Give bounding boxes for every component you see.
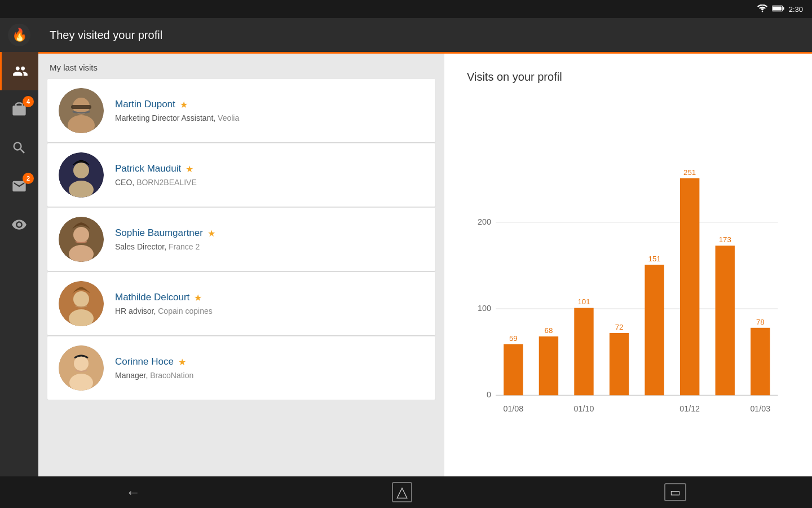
status-time: 2:30 [789, 5, 803, 14]
svg-text:101: 101 [577, 297, 590, 306]
sidebar-item-briefcase[interactable]: 4 [0, 90, 38, 129]
search-icon [11, 140, 27, 156]
app-header: They visited your profil [38, 18, 812, 52]
mail-badge: 2 [23, 173, 34, 184]
person-name: Mathilde Delcourt [115, 292, 189, 303]
person-name-row: Sophie Baumgartner ★ [115, 227, 215, 239]
star-icon: ★ [194, 292, 202, 303]
svg-text:01/10: 01/10 [574, 404, 594, 413]
sidebar-item-search[interactable] [0, 129, 38, 167]
home-button[interactable]: △ [392, 482, 412, 502]
sidebar-item-mail[interactable]: 2 [0, 167, 38, 205]
svg-rect-32 [610, 333, 629, 395]
svg-text:59: 59 [509, 334, 518, 343]
person-name-row: Mathilde Delcourt ★ [115, 292, 213, 303]
svg-text:151: 151 [648, 255, 661, 263]
star-icon: ★ [180, 99, 188, 110]
svg-point-17 [74, 356, 89, 371]
visits-list: Martin Dupont ★ Marketing Director Assis… [38, 79, 444, 400]
person-name: Corinne Hoce [115, 356, 174, 367]
person-company: BORN2BEALIVE [136, 178, 197, 187]
avatar-sophie [59, 217, 104, 262]
person-info-sophie: Sophie Baumgartner ★ Sales Director, Fra… [115, 227, 215, 251]
eye-icon [11, 217, 27, 233]
back-button[interactable]: ← [126, 484, 140, 501]
chart-title: Visits on your profil [467, 71, 789, 84]
svg-rect-1 [773, 6, 782, 10]
visit-card-corinne[interactable]: Corinne Hoce ★ Manager, BracoNation [47, 336, 435, 400]
svg-rect-6 [71, 105, 91, 109]
section-header: My last visits [38, 54, 444, 79]
svg-text:0: 0 [487, 390, 491, 399]
visit-card-patrick[interactable]: Patrick Mauduit ★ CEO, BORN2BEALIVE [47, 143, 435, 207]
svg-rect-30 [574, 308, 593, 396]
svg-rect-38 [716, 246, 735, 395]
star-icon: ★ [186, 164, 193, 174]
svg-rect-34 [645, 265, 664, 395]
person-company: France 2 [169, 242, 200, 251]
avatar-corinne [59, 345, 104, 391]
visit-card-mathilde[interactable]: Mathilde Delcourt ★ HR advisor, Copain c… [47, 272, 435, 335]
battery-icon [772, 5, 784, 14]
avatar-martin [59, 88, 104, 133]
person-name: Sophie Baumgartner [115, 227, 203, 239]
person-role: Sales Director, France 2 [115, 242, 215, 251]
person-name: Martin Dupont [115, 99, 175, 110]
status-bar: 2:30 [0, 0, 812, 18]
svg-text:01/12: 01/12 [679, 404, 700, 413]
person-name-row: Patrick Mauduit ★ [115, 163, 197, 174]
visit-card-sophie[interactable]: Sophie Baumgartner ★ Sales Director, Fra… [47, 208, 435, 271]
svg-point-14 [73, 291, 89, 307]
svg-rect-40 [751, 328, 770, 396]
page-title: They visited your profil [50, 29, 162, 42]
content-area: They visited your profil My last visits … [38, 18, 812, 476]
right-panel: Visits on your profil 010020059681017215… [444, 54, 812, 476]
person-role: HR advisor, Copain copines [115, 306, 213, 316]
star-icon: ★ [178, 357, 186, 367]
person-role: CEO, BORN2BEALIVE [115, 178, 197, 187]
person-name-row: Martin Dupont ★ [115, 99, 239, 110]
person-name-row: Corinne Hoce ★ [115, 356, 193, 367]
svg-rect-36 [680, 178, 699, 396]
briefcase-badge: 4 [23, 96, 34, 107]
wifi-icon [757, 5, 767, 14]
sidebar-item-eye[interactable] [0, 205, 38, 244]
visit-card-martin[interactable]: Martin Dupont ★ Marketing Director Assis… [47, 79, 435, 142]
sidebar-item-people[interactable] [0, 52, 38, 90]
svg-text:01/03: 01/03 [750, 404, 770, 413]
star-icon: ★ [208, 228, 215, 239]
bottom-nav: ← △ ▭ [0, 476, 812, 508]
svg-rect-26 [504, 344, 523, 395]
main-split: My last visits Martin Dupont ★ Marketing… [38, 54, 812, 476]
sidebar: 🔥 4 [0, 18, 38, 476]
person-info-mathilde: Mathilde Delcourt ★ HR advisor, Copain c… [115, 292, 213, 316]
person-role: Marketing Director Assistant, Veolia [115, 113, 239, 122]
svg-text:68: 68 [545, 326, 553, 335]
sidebar-nav: 4 2 [0, 52, 38, 476]
svg-text:01/08: 01/08 [503, 404, 523, 413]
svg-text:173: 173 [719, 235, 731, 244]
svg-text:251: 251 [683, 168, 696, 177]
avatar-mathilde [59, 281, 104, 326]
person-role: Manager, BracoNation [115, 371, 193, 380]
person-company: Copain copines [158, 306, 213, 316]
svg-point-11 [73, 227, 89, 243]
person-company: Veolia [218, 113, 239, 122]
app-container: 🔥 4 [0, 18, 812, 476]
app-logo-icon: 🔥 [12, 28, 27, 42]
recent-button[interactable]: ▭ [664, 483, 686, 501]
people-icon [12, 63, 28, 79]
svg-text:100: 100 [478, 304, 491, 313]
svg-text:72: 72 [615, 323, 624, 331]
person-info-corinne: Corinne Hoce ★ Manager, BracoNation [115, 356, 193, 380]
svg-point-8 [73, 163, 89, 178]
left-panel: My last visits Martin Dupont ★ Marketing… [38, 54, 444, 476]
avatar-patrick [59, 152, 104, 198]
svg-text:200: 200 [478, 217, 491, 226]
person-name: Patrick Mauduit [115, 163, 181, 174]
person-info-martin: Martin Dupont ★ Marketing Director Assis… [115, 99, 239, 122]
chart-area: 01002005968101721512511737801/0801/1001/… [467, 100, 789, 459]
sidebar-logo[interactable]: 🔥 [0, 18, 38, 52]
person-info-patrick: Patrick Mauduit ★ CEO, BORN2BEALIVE [115, 163, 197, 187]
bar-chart: 01002005968101721512511737801/0801/1001/… [467, 100, 789, 459]
